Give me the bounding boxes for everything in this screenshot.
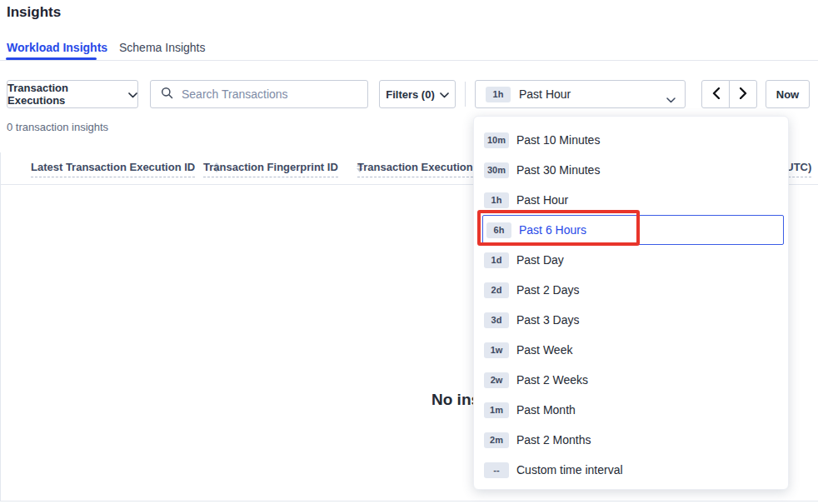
time-option-badge: 1d	[484, 252, 509, 268]
time-option-label: Past Hour	[516, 193, 568, 207]
insights-count: 0 transaction insights	[7, 121, 108, 133]
now-button[interactable]: Now	[766, 80, 810, 108]
chevron-down-icon	[666, 92, 676, 107]
column-header-transaction-fingerprint-id[interactable]: Transaction Fingerprint ID	[203, 161, 363, 177]
time-option-badge: 1h	[484, 192, 509, 208]
tab-schema-insights[interactable]: Schema Insights	[119, 41, 206, 54]
time-option-badge: 6h	[486, 222, 511, 238]
time-option-6h[interactable]: 6h Past 6 Hours	[482, 215, 784, 245]
time-option-label: Past 3 Days	[516, 313, 579, 327]
search-icon	[161, 87, 173, 102]
column-header-transaction-execution[interactable]: Transaction Execution	[357, 161, 473, 177]
tabbar-divider	[0, 60, 818, 61]
entity-type-select[interactable]: Transaction Executions	[7, 80, 138, 108]
time-range-select[interactable]: 1h Past Hour	[475, 80, 686, 108]
time-option-badge: 1m	[484, 402, 509, 418]
time-option-1w[interactable]: 1w Past Week	[474, 335, 788, 365]
time-option-badge: 2w	[484, 372, 509, 388]
chevron-right-icon	[740, 87, 747, 102]
time-option-2d[interactable]: 2d Past 2 Days	[474, 275, 788, 305]
time-option-custom[interactable]: -- Custom time interval	[474, 455, 788, 485]
next-range-button[interactable]	[729, 80, 757, 108]
time-option-1d[interactable]: 1d Past Day	[474, 245, 788, 275]
search-input[interactable]	[180, 87, 359, 102]
time-range-label: Past Hour	[519, 87, 571, 101]
time-option-2m[interactable]: 2m Past 2 Months	[474, 425, 788, 455]
time-option-1m[interactable]: 1m Past Month	[474, 395, 788, 425]
time-option-2w[interactable]: 2w Past 2 Weeks	[474, 365, 788, 395]
time-range-badge: 1h	[486, 87, 511, 102]
time-option-label: Past 6 Hours	[519, 223, 586, 237]
time-option-label: Past 30 Minutes	[516, 163, 600, 177]
toolbar-divider	[465, 82, 466, 107]
time-option-badge: 30m	[484, 162, 509, 178]
tab-workload-insights[interactable]: Workload Insights	[7, 41, 107, 54]
time-option-label: Past 2 Days	[516, 283, 579, 297]
search-box[interactable]	[150, 80, 368, 108]
chevron-left-icon	[712, 87, 720, 102]
now-label: Now	[776, 88, 799, 101]
previous-range-button[interactable]	[701, 80, 730, 108]
filters-label: Filters (0)	[386, 88, 435, 101]
time-option-label: Past 2 Weeks	[516, 373, 588, 387]
time-option-3d[interactable]: 3d Past 3 Days	[474, 305, 788, 335]
entity-type-label: Transaction Executions	[7, 82, 122, 107]
time-option-30m[interactable]: 30m Past 30 Minutes	[474, 155, 788, 185]
filters-button[interactable]: Filters (0)	[379, 80, 456, 108]
chevron-down-icon	[440, 88, 449, 101]
time-option-label: Past Day	[516, 253, 564, 267]
time-range-dropdown-menu: 10m Past 10 Minutes 30m Past 30 Minutes …	[473, 116, 789, 490]
page-title: Insights	[7, 4, 61, 21]
time-option-badge: 1w	[484, 342, 509, 358]
time-option-badge: 2m	[484, 432, 509, 448]
time-option-10m[interactable]: 10m Past 10 Minutes	[474, 125, 788, 155]
time-option-badge: 3d	[484, 312, 509, 328]
time-option-label: Past 2 Months	[516, 433, 591, 447]
time-option-badge: --	[484, 462, 509, 478]
time-option-badge: 2d	[484, 282, 509, 298]
time-option-1h[interactable]: 1h Past Hour	[474, 185, 788, 215]
column-header-latest-transaction-execution-id[interactable]: Latest Transaction Execution ID	[31, 161, 220, 177]
time-option-label: Past Week	[516, 343, 572, 357]
time-option-label: Past Month	[516, 403, 576, 417]
time-option-label: Past 10 Minutes	[516, 133, 600, 147]
time-option-label: Custom time interval	[516, 463, 623, 477]
chevron-down-icon	[128, 88, 137, 101]
time-option-badge: 10m	[484, 132, 509, 148]
